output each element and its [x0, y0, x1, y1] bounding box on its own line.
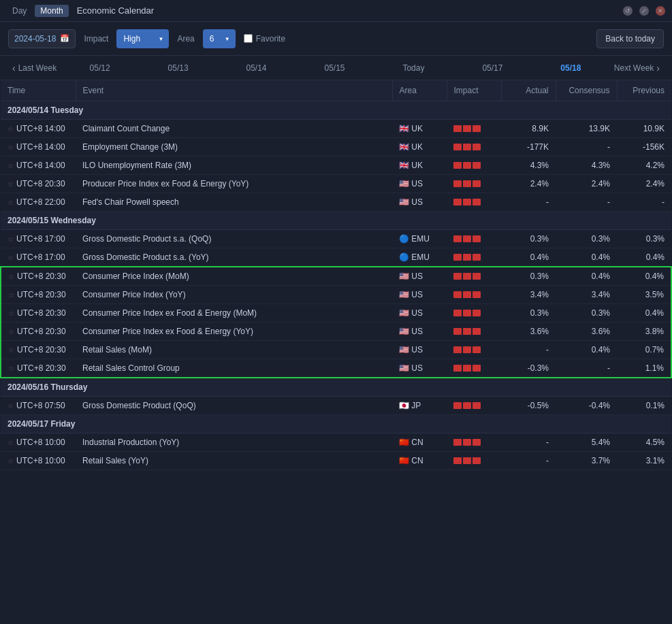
table-row[interactable]: ☆UTC+8 14:00Claimant Count Change🇬🇧 UK8.… — [1, 120, 671, 138]
impact-bars — [453, 180, 494, 187]
cell-consensus: - — [556, 193, 617, 212]
cell-event: Consumer Price Index ex Food & Energy (M… — [76, 304, 392, 323]
cell-impact — [447, 286, 501, 304]
table-row[interactable]: ☆UTC+8 22:00Fed's Chair Powell speech🇺🇸 … — [1, 193, 671, 212]
impact-bar — [473, 291, 481, 298]
table-row[interactable]: ☆UTC+8 14:00Employment Change (3M)🇬🇧 UK-… — [1, 138, 671, 157]
table-row[interactable]: ☆UTC+8 17:00Gross Domestic Product s.a. … — [1, 248, 671, 267]
cell-area: 🇨🇳 CN — [392, 433, 447, 452]
week-date-0518[interactable]: 05/18 — [555, 61, 586, 76]
star-icon: ☆ — [7, 199, 14, 206]
week-date-0512[interactable]: 05/12 — [84, 61, 116, 76]
cell-consensus: 5.4% — [556, 433, 617, 452]
table-row[interactable]: ☆UTC+8 14:00ILO Unemployment Rate (3M)🇬🇧… — [1, 157, 671, 175]
cell-actual: 0.3% — [501, 304, 556, 323]
impact-dropdown[interactable]: High Medium Low All — [116, 29, 169, 48]
favorite-label: Favorite — [256, 34, 285, 44]
impact-bar — [463, 310, 471, 316]
expand-btn[interactable]: ⤢ — [639, 6, 649, 16]
cell-actual: -177K — [501, 138, 556, 157]
impact-label: Impact — [84, 34, 108, 44]
star-icon: ☆ — [7, 180, 14, 188]
cell-consensus: 3.4% — [556, 286, 617, 304]
tab-month[interactable]: Month — [35, 5, 68, 17]
cell-event: Gross Domestic Product s.a. (YoY) — [76, 248, 392, 267]
cell-previous: 0.4% — [617, 248, 671, 267]
week-date-0517[interactable]: 05/17 — [477, 61, 508, 76]
cell-time: ☆UTC+8 17:00 — [1, 230, 76, 248]
section-header: 2024/05/17 Friday — [1, 415, 671, 433]
star-icon: ☆ — [8, 346, 14, 354]
table-row[interactable]: ☆UTC+8 20:30Consumer Price Index ex Food… — [1, 323, 671, 341]
calendar-table: Time Event Area Impact Actual Consensus … — [0, 80, 672, 470]
cell-area: 🇬🇧 UK — [392, 120, 447, 138]
area-dropdown[interactable]: 6 12345All — [203, 29, 236, 48]
impact-bars — [453, 457, 494, 464]
cell-previous: 2.4% — [617, 175, 671, 193]
close-btn[interactable]: ✕ — [656, 6, 665, 16]
cell-previous: 1.1% — [617, 359, 671, 378]
impact-bar — [453, 328, 462, 335]
back-to-today-button[interactable]: Back to today — [596, 29, 664, 48]
cell-event: Producer Price Index ex Food & Energy (Y… — [76, 175, 392, 193]
impact-bar — [463, 199, 471, 206]
impact-bar — [453, 180, 462, 187]
favorite-filter[interactable]: Favorite — [244, 34, 285, 44]
impact-bar — [463, 235, 471, 242]
cell-impact — [447, 175, 501, 193]
cell-area: 🇺🇸 US — [392, 323, 447, 341]
section-label: 2024/05/16 Thursday — [1, 378, 671, 397]
cell-actual: -0.3% — [501, 359, 556, 378]
table-row[interactable]: ☆UTC+8 20:30Consumer Price Index ex Food… — [1, 304, 671, 323]
cell-impact — [447, 157, 501, 175]
impact-bar — [473, 162, 481, 169]
impact-bar — [473, 346, 481, 353]
week-date-0514[interactable]: 05/14 — [241, 61, 272, 76]
cell-previous: 0.4% — [617, 267, 671, 286]
cell-area: 🇯🇵 JP — [392, 397, 447, 415]
area-label: Area — [177, 34, 194, 44]
cell-area: 🔵 EMU — [392, 230, 447, 248]
table-row[interactable]: ☆UTC+8 10:00Retail Sales (YoY)🇨🇳 CN-3.7%… — [1, 452, 671, 470]
table-row[interactable]: ☆UTC+8 07:50Gross Domestic Product (QoQ)… — [1, 397, 671, 415]
cell-actual: 4.3% — [501, 157, 556, 175]
cell-time: ☆UTC+8 10:00 — [1, 452, 76, 470]
impact-bar — [473, 365, 481, 372]
impact-bar — [473, 439, 481, 446]
cell-area: 🇺🇸 US — [392, 359, 447, 378]
star-icon: ☆ — [7, 125, 14, 133]
cell-event: Retail Sales (MoM) — [76, 341, 392, 359]
calendar-scroll-area[interactable]: Time Event Area Impact Actual Consensus … — [0, 80, 672, 470]
cell-impact — [447, 193, 501, 212]
week-date-0515[interactable]: 05/15 — [319, 61, 350, 76]
impact-bar — [453, 439, 462, 446]
cell-consensus: 0.3% — [556, 304, 617, 323]
impact-bars — [453, 439, 494, 446]
cell-event: Employment Change (3M) — [76, 138, 392, 157]
table-row[interactable]: ☆UTC+8 20:30Consumer Price Index (YoY)🇺🇸… — [1, 286, 671, 304]
week-date-today[interactable]: Today — [397, 61, 430, 76]
week-date-0513[interactable]: 05/13 — [163, 61, 194, 76]
table-row[interactable]: ☆UTC+8 20:30Retail Sales (MoM)🇺🇸 US-0.4%… — [1, 341, 671, 359]
cell-consensus: 3.7% — [556, 452, 617, 470]
table-row[interactable]: ☆UTC+8 17:00Gross Domestic Product s.a. … — [1, 230, 671, 248]
table-row[interactable]: ☆UTC+8 20:30Producer Price Index ex Food… — [1, 175, 671, 193]
favorite-checkbox[interactable] — [244, 34, 253, 43]
prev-week-button[interactable]: ‹ Last Week — [8, 60, 61, 76]
cell-consensus: 2.4% — [556, 175, 617, 193]
cell-previous: 0.7% — [617, 341, 671, 359]
refresh-btn[interactable]: ↺ — [623, 6, 633, 16]
cell-event: Gross Domestic Product s.a. (QoQ) — [76, 230, 392, 248]
table-row[interactable]: ☆UTC+8 20:30Consumer Price Index (MoM)🇺🇸… — [1, 267, 671, 286]
next-week-button[interactable]: Next Week › — [610, 60, 664, 76]
table-row[interactable]: ☆UTC+8 20:30Retail Sales Control Group🇺🇸… — [1, 359, 671, 378]
impact-bar — [453, 273, 462, 280]
date-picker[interactable]: 2024-05-18 📅 — [8, 29, 76, 48]
impact-bar — [473, 235, 481, 242]
cell-impact — [447, 304, 501, 323]
impact-bars — [453, 235, 494, 242]
cell-event: Consumer Price Index ex Food & Energy (Y… — [76, 323, 392, 341]
table-row[interactable]: ☆UTC+8 10:00Industrial Production (YoY)🇨… — [1, 433, 671, 452]
impact-bars — [453, 346, 494, 353]
tab-day[interactable]: Day — [7, 5, 32, 17]
